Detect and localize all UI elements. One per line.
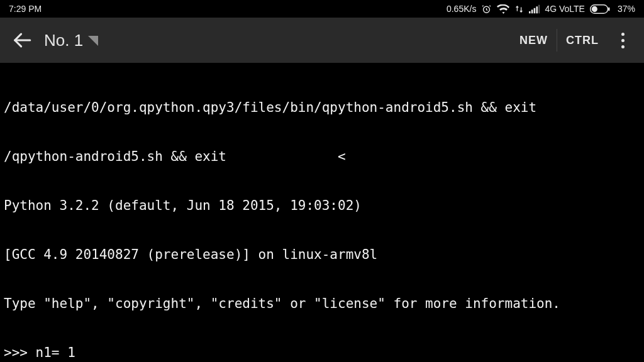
battery-icon	[590, 4, 613, 14]
terminal-line: Python 3.2.2 (default, Jun 18 2015, 19:0…	[4, 197, 640, 214]
session-selector[interactable]: No. 1	[44, 31, 511, 50]
app-bar: No. 1 NEW CTRL	[0, 18, 644, 63]
svg-rect-1	[529, 11, 531, 13]
status-network-label: 4G VoLTE	[545, 4, 585, 14]
status-time: 7:29 PM	[9, 4, 42, 14]
terminal-line: [GCC 4.9 20140827 (prerelease)] on linux…	[4, 246, 640, 263]
svg-rect-8	[608, 7, 609, 11]
terminal-line: >>> n1= 1	[4, 344, 640, 361]
svg-rect-2	[531, 9, 533, 13]
new-button[interactable]: NEW	[511, 29, 557, 52]
overflow-menu-icon[interactable]	[608, 33, 638, 48]
alarm-icon	[481, 4, 492, 14]
data-arrows-icon	[514, 4, 524, 14]
svg-rect-5	[539, 4, 540, 13]
terminal-line: /data/user/0/org.qpython.qpy3/files/bin/…	[4, 99, 640, 116]
terminal-line: /qpython-android5.sh && exit <	[4, 148, 640, 165]
ctrl-button[interactable]: CTRL	[557, 29, 608, 52]
dropdown-icon	[88, 36, 98, 48]
status-battery-pct: 37%	[618, 4, 635, 14]
status-bar: 7:29 PM 0.65K/s 4G VoLTE 37%	[0, 0, 644, 18]
cellular-signal-icon	[529, 4, 540, 14]
svg-rect-4	[536, 6, 538, 13]
terminal-output[interactable]: /data/user/0/org.qpython.qpy3/files/bin/…	[0, 63, 644, 362]
status-netrate: 0.65K/s	[447, 4, 476, 14]
svg-rect-3	[534, 8, 536, 13]
app-title: No. 1	[44, 31, 83, 50]
back-button[interactable]	[11, 30, 33, 51]
terminal-line: Type "help", "copyright", "credits" or "…	[4, 295, 640, 312]
svg-rect-7	[592, 6, 597, 11]
wifi-icon	[497, 4, 509, 14]
